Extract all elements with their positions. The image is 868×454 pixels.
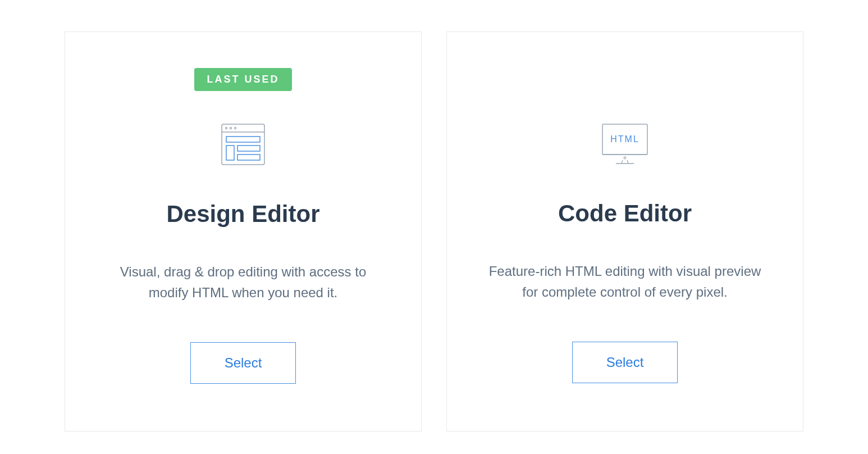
svg-rect-7	[237, 146, 260, 151]
svg-text:HTML: HTML	[610, 134, 639, 144]
code-editor-icon: HTML	[599, 119, 651, 169]
design-editor-description: Visual, drag & drop editing with access …	[100, 261, 386, 303]
svg-point-3	[230, 127, 231, 129]
design-editor-select-button[interactable]: Select	[190, 342, 296, 384]
design-editor-card: LAST USED Design Editor Visual, drag & d…	[65, 31, 422, 432]
svg-rect-0	[222, 124, 264, 165]
svg-point-4	[234, 127, 236, 129]
code-editor-card: HTML Code Editor Feature-rich HTML editi…	[446, 31, 803, 432]
design-editor-icon	[220, 119, 267, 170]
svg-point-12	[624, 157, 626, 159]
last-used-badge: LAST USED	[194, 68, 291, 91]
code-editor-select-button[interactable]: Select	[572, 342, 678, 383]
code-editor-description: Feature-rich HTML editing with visual pr…	[482, 261, 768, 302]
svg-point-2	[225, 127, 227, 129]
editor-cards-container: LAST USED Design Editor Visual, drag & d…	[65, 31, 803, 432]
svg-rect-5	[226, 137, 260, 142]
code-editor-title: Code Editor	[558, 200, 692, 227]
svg-rect-8	[237, 155, 260, 160]
svg-rect-6	[226, 146, 234, 160]
design-editor-title: Design Editor	[166, 201, 319, 228]
svg-line-15	[627, 160, 628, 164]
svg-line-14	[622, 160, 623, 164]
